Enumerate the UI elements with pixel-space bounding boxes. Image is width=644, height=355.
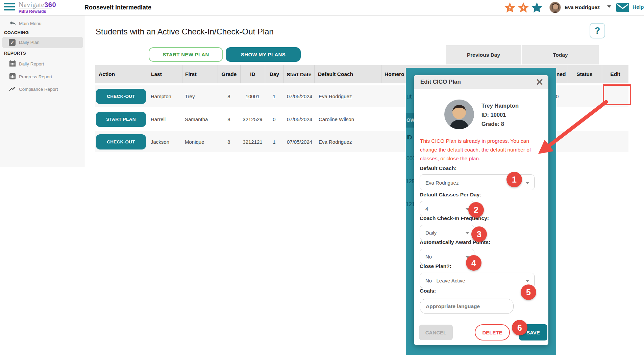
backdrop-fragment: 125: [406, 179, 415, 185]
student-grade: Grade: 8: [481, 121, 504, 127]
user-dropdown-caret-icon[interactable]: [607, 5, 611, 8]
page-title: Students with an Active Check-In/Check-O…: [96, 27, 274, 36]
cell-id: 10001: [240, 85, 265, 107]
sidebar-label: Main Menu: [19, 21, 42, 26]
annotation-badge-4: 4: [466, 255, 481, 271]
cell-day: 0: [265, 108, 283, 130]
cell-first: Samantha: [185, 108, 208, 130]
brand-360: 360: [44, 1, 56, 8]
col-status: Status: [567, 65, 602, 83]
hamburger-menu-icon[interactable]: [4, 3, 15, 13]
backdrop-fragment: ut: [406, 93, 412, 100]
student-avatar: [444, 100, 474, 129]
sidebar-item-daily-report[interactable]: Daily Report: [0, 59, 85, 70]
annotation-badge-2: 2: [468, 202, 484, 218]
sidebar-item-daily-plan[interactable]: ✓ Daily Plan: [0, 37, 85, 48]
col-start-date: Start Date: [283, 65, 314, 83]
brand-name: Navigate: [19, 1, 44, 8]
cell-grade: 8: [218, 108, 240, 130]
goals-value-pill[interactable]: Appropriate language: [420, 299, 514, 314]
school-name: Roosevelt Intermediate: [84, 4, 151, 11]
star-bolt-icon-1[interactable]: [504, 2, 516, 13]
tab-today[interactable]: Today: [522, 45, 599, 64]
cell-day: 1: [265, 131, 283, 153]
pbis-rewards-app: Navigate360 PBIS Rewards Roosevelt Inter…: [0, 0, 644, 355]
col-homeroom-fragment: Homero: [381, 65, 404, 83]
modal-title: Edit CICO Plan: [420, 79, 461, 85]
chevron-down-icon: [525, 182, 529, 184]
cell-day: 1: [265, 85, 283, 107]
sidebar-item-progress-report[interactable]: Progress Report: [0, 72, 85, 82]
col-default-coach: Default Coach: [314, 65, 353, 83]
backdrop-fragment: 121: [406, 201, 415, 208]
cell-start-date: 07/05/2024: [287, 108, 312, 130]
cell-coach: Eva Rodriguez: [319, 85, 352, 107]
top-header-bar: Navigate360 PBIS Rewards Roosevelt Inter…: [0, 0, 644, 16]
cancel-button[interactable]: CANCEL: [419, 325, 453, 340]
chevron-down-icon: [465, 232, 469, 234]
annotation-badge-1: 1: [506, 172, 522, 187]
trend-line-icon: [9, 85, 16, 92]
tab-previous-day[interactable]: Previous Day: [446, 45, 521, 64]
brand-logo: Navigate360: [19, 1, 56, 9]
chevron-down-icon: [525, 280, 529, 282]
check-out-button[interactable]: CHECK-OUT: [96, 134, 146, 149]
check-out-button[interactable]: CHECK-OUT: [96, 89, 146, 104]
annotation-badge-5: 5: [521, 284, 536, 300]
star-bolt-icon-2[interactable]: [518, 2, 529, 13]
cell-earned: 0: [556, 85, 559, 107]
field-label-classes-per-day: Default Classes Per Day:: [420, 192, 481, 198]
sidebar-section-reports: REPORTS: [4, 51, 26, 56]
sidebar-label: Progress Report: [19, 74, 52, 79]
sidebar-item-compliance-report[interactable]: Compliance Report: [0, 84, 85, 95]
user-name[interactable]: Eva Rodriguez: [565, 4, 600, 10]
plan-warning-text: This CICO Plan is already in progress. Y…: [420, 137, 534, 163]
start-plan-button[interactable]: START PLAN: [96, 112, 146, 127]
cell-id: 3212121: [240, 131, 265, 153]
sidebar-label: Compliance Report: [19, 87, 58, 92]
col-edit: Edit: [602, 65, 628, 83]
sidebar-item-main-menu[interactable]: Main Menu: [0, 18, 85, 29]
user-avatar[interactable]: [549, 2, 561, 13]
page-help-button[interactable]: ?: [590, 23, 605, 38]
student-id: ID: 10001: [481, 112, 506, 118]
col-last: Last: [148, 65, 162, 83]
col-action: Action: [99, 65, 115, 83]
cell-coach: Caroline Wilson: [319, 108, 354, 130]
close-icon[interactable]: ✕: [536, 77, 544, 88]
delete-button[interactable]: DELETE: [475, 324, 510, 340]
col-id: ID: [240, 65, 265, 83]
cell-coach: Eva Rodriguez: [319, 131, 352, 153]
scrollbar-track[interactable]: [641, 16, 641, 355]
cell-id: 3212529: [240, 108, 265, 130]
cell-last: Hampton: [151, 85, 171, 107]
annotation-badge-3: 3: [471, 226, 487, 242]
brand-subtitle: PBIS Rewards: [19, 9, 46, 14]
checkbox-icon: ✓: [9, 39, 16, 46]
field-label-default-coach: Default Coach:: [420, 165, 456, 171]
cell-grade: 8: [218, 85, 240, 107]
star-teal-icon[interactable]: [531, 2, 543, 13]
close-plan-dropdown[interactable]: No - Leave Active: [420, 273, 535, 288]
cell-last: Harrell: [151, 108, 166, 130]
dropdown-value: Daily: [425, 230, 437, 236]
field-label-goals: Goals:: [420, 288, 436, 294]
logo-divider: [19, 8, 52, 8]
bar-chart-icon: [9, 73, 16, 80]
cell-first: Trey: [185, 85, 195, 107]
backdrop-fragment: ID: [406, 135, 412, 141]
student-name: Trey Hampton: [481, 103, 519, 109]
col-earned-fragment: ned: [556, 65, 566, 83]
dropdown-value: Eva Rodriguez: [425, 180, 459, 185]
help-link[interactable]: Help: [633, 4, 644, 10]
sidebar-label: Daily Plan: [19, 40, 40, 45]
field-label-close-plan: Close Plan?:: [420, 263, 451, 269]
annotation-badge-6: 6: [512, 320, 527, 335]
start-new-plan-button[interactable]: START NEW PLAN: [149, 47, 223, 62]
classes-per-day-dropdown[interactable]: 4: [420, 201, 474, 216]
checkin-frequency-dropdown[interactable]: Daily: [420, 225, 474, 240]
col-first: First: [182, 65, 197, 83]
dropdown-value: 4: [425, 206, 428, 212]
show-my-plans-button[interactable]: SHOW MY PLANS: [226, 47, 301, 62]
envelope-icon[interactable]: [616, 3, 629, 12]
